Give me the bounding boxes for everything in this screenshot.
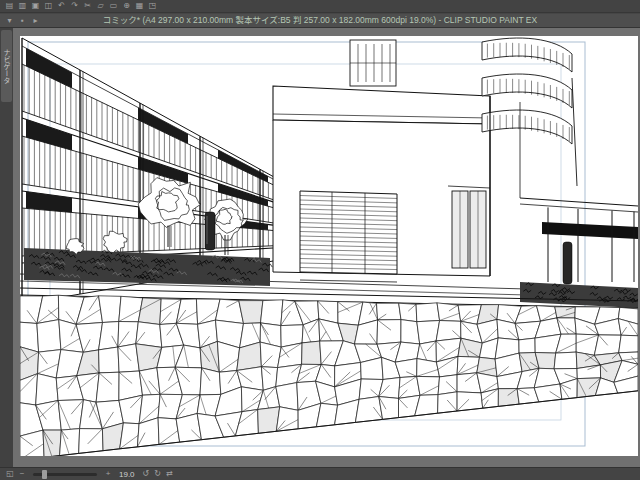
document-artwork[interactable] [20,36,638,456]
command-bar-row1: ▤▥▣◫↶↷✂▱▭⊕▦◳ [0,0,640,13]
zoom-value: 19.0 [119,470,135,479]
rotate-canvas-icon[interactable]: ◳ [146,0,159,12]
rotate-left-icon[interactable]: ↺ [140,468,152,480]
zoom-out-icon[interactable]: − [16,468,28,480]
canvas-area [13,28,640,467]
new-file-icon[interactable]: ▤ [3,0,16,12]
paste-icon[interactable]: ▭ [107,0,120,12]
save-all-icon[interactable]: ◫ [42,0,55,12]
fit-to-screen-icon[interactable]: ◱ [4,468,16,480]
zoom-icon[interactable]: ⊕ [120,0,133,12]
palette-dock: ナビゲータ [0,28,14,467]
zoom-in-icon[interactable]: + [102,468,114,480]
zoom-slider-thumb[interactable] [42,470,47,479]
statusbar-left-icons: ◱− [4,468,28,480]
document-title: コミック* (A4 297.00 x 210.00mm 製本サイズ:B5 判 2… [0,14,640,27]
open-file-icon[interactable]: ▥ [16,0,29,12]
palette-tab-navigator[interactable]: ナビゲータ [1,30,12,102]
flip-horizontal-icon[interactable]: ⇄ [164,468,176,480]
status-bar: ◱− + 19.0 ↺↻⇄ [0,467,640,480]
grid-icon[interactable]: ▦ [133,0,146,12]
copy-icon[interactable]: ▱ [94,0,107,12]
cut-icon[interactable]: ✂ [81,0,94,12]
zoom-slider[interactable] [33,473,97,476]
rotate-right-icon[interactable]: ↻ [152,468,164,480]
title-bar: ▾▪▸ コミック* (A4 297.00 x 210.00mm 製本サイズ:B5… [0,14,640,28]
statusbar-right-icons: + [102,468,114,480]
redo-icon[interactable]: ↷ [68,0,81,12]
app-window: ▤▥▣◫↶↷✂▱▭⊕▦◳ ▾▪▸ コミック* (A4 297.00 x 210.… [0,0,640,480]
statusbar-tool-icons: ↺↻⇄ [140,468,176,480]
undo-icon[interactable]: ↶ [55,0,68,12]
save-icon[interactable]: ▣ [29,0,42,12]
document-page[interactable] [20,36,638,456]
